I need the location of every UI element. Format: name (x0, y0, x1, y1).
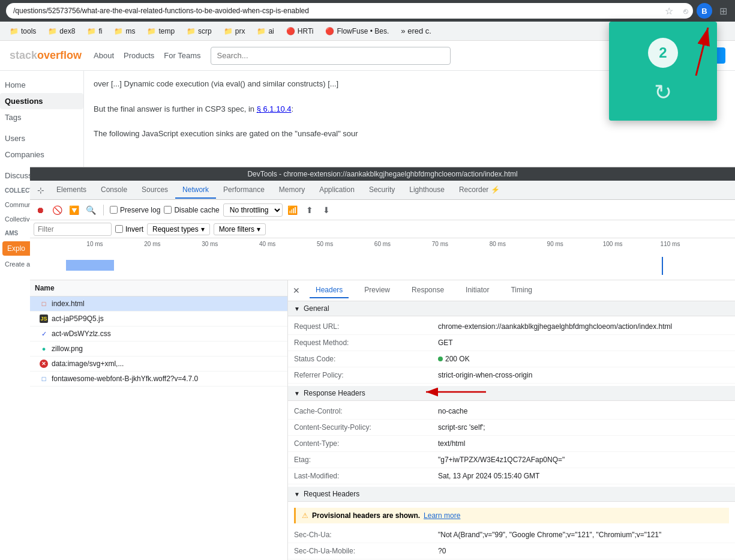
response-headers-section-title: Response Headers (304, 389, 365, 397)
detail-tab-initiator[interactable]: Initiator (460, 283, 495, 298)
tab-recorder[interactable]: Recorder ⚡ (452, 182, 507, 199)
file-item-indexhtml[interactable]: □ index.html (30, 297, 287, 312)
tab-performance[interactable]: Performance (216, 182, 272, 199)
bookmark-hrti[interactable]: 🔴 HRTi (281, 25, 319, 37)
invert-input[interactable] (115, 225, 123, 233)
file-item-font[interactable]: □ fontawesome-webfont-B-jkhYfk.woff2?v=4… (30, 372, 287, 387)
tab-memory[interactable]: Memory (272, 182, 312, 199)
search-icon-btn[interactable]: 🔍 (84, 203, 97, 217)
sidebar-item-home[interactable]: Home (0, 77, 83, 93)
record-button[interactable]: ⏺ (34, 203, 47, 217)
bookmark-prx[interactable]: 📁 prx (219, 25, 250, 37)
detail-close-button[interactable]: ✕ (293, 286, 300, 295)
more-filters-button[interactable]: More filters ▾ (214, 223, 266, 235)
clear-button[interactable]: 🚫 (50, 203, 64, 217)
so-nav-products[interactable]: Products (124, 51, 154, 60)
general-section-title: General (304, 304, 329, 313)
request-headers-section-header[interactable]: ▼ Request Headers (288, 487, 735, 502)
detail-tab-timing[interactable]: Timing (505, 283, 538, 298)
file-item-svg[interactable]: ✕ data:image/svg+xml,... (30, 357, 287, 372)
request-types-button[interactable]: Request types ▾ (147, 223, 210, 235)
learn-more-link[interactable]: Learn more (424, 511, 460, 520)
site-icon: 🔴 (325, 27, 334, 35)
invert-checkbox[interactable]: Invert (115, 225, 143, 233)
tab-lighthouse[interactable]: Lighthouse (402, 182, 452, 199)
content-line-3: The following JavaScript execution sinks… (94, 128, 725, 140)
file-item-actcss[interactable]: ✓ act-wDsWYzlz.css (30, 327, 287, 342)
bookmark-scrp[interactable]: 📁 scrp (182, 25, 217, 37)
tab-elements[interactable]: Elements (49, 182, 94, 199)
upload-icon[interactable]: ⬆ (303, 203, 316, 217)
header-value-last-modified: Sat, 13 Apr 2024 05:15:40 GMT (438, 471, 729, 481)
sidebar-item-questions[interactable]: Questions (0, 93, 83, 109)
general-section-header[interactable]: ▼ General (288, 301, 735, 316)
bookmark-flowfuse[interactable]: 🔴 FlowFuse • Bes. (320, 25, 394, 37)
bookmark-star-icon[interactable]: ☆ (663, 5, 675, 17)
disable-cache-input[interactable] (164, 206, 172, 214)
header-value-content-type: text/html (438, 438, 729, 449)
bookmark-label: HRTi (298, 27, 314, 35)
header-name-request-url: Request URL: (294, 321, 438, 332)
header-name-last-modified: Last-Modified: (294, 471, 438, 481)
response-headers-section-header[interactable]: ▼ Response Headers (288, 386, 735, 401)
detail-tab-preview[interactable]: Preview (358, 283, 396, 298)
file-item-actjs[interactable]: JS act-jaP5P9Q5.js (30, 312, 287, 327)
bookmark-ms[interactable]: 📁 ms (109, 25, 140, 37)
timeline-label-70ms: 70 ms (411, 241, 469, 247)
tab-console[interactable]: Console (94, 182, 134, 199)
header-name-status-code: Status Code: (294, 354, 438, 364)
bookmark-label: FlowFuse • Bes. (337, 27, 389, 35)
extensions-icon[interactable]: ⊞ (717, 5, 729, 17)
wifi-icon[interactable]: 📶 (286, 203, 299, 217)
header-row-content-type: Content-Type: text/html (288, 436, 735, 452)
collapse-arrow-icon: ▼ (294, 390, 300, 397)
folder-icon: 📁 (48, 27, 57, 35)
throttle-select[interactable]: No throttling (223, 203, 283, 217)
bookmark-ai[interactable]: 📁 ai (252, 25, 278, 37)
sidebar-item-companies[interactable]: Companies (0, 146, 83, 163)
devtools-panel: DevTools - chrome-extension://aankakblkg… (30, 167, 735, 560)
header-row-sec-ch-ua-mobile: Sec-Ch-Ua-Mobile: ?0 (288, 543, 735, 559)
url-bar[interactable]: /questions/52573756/what-are-the-eval-re… (6, 3, 693, 19)
request-headers-section-title: Request Headers (304, 490, 359, 498)
timeline-label-50ms: 50 ms (296, 241, 354, 247)
bookmark-label: ai (268, 27, 274, 35)
filter-icon-btn[interactable]: 🔽 (67, 203, 80, 217)
spec-link[interactable]: § 6.1.10.4 (257, 104, 292, 113)
timeline-labels: 10 ms 20 ms 30 ms 40 ms 50 ms 60 ms 70 m… (30, 238, 735, 247)
detail-tab-response[interactable]: Response (406, 283, 450, 298)
tab-security[interactable]: Security (362, 182, 402, 199)
bookmark-temp[interactable]: 📁 temp (142, 25, 179, 37)
so-nav-forteams[interactable]: For Teams (164, 51, 200, 60)
bookmark-fi[interactable]: 📁 fi (82, 25, 107, 37)
more-filters-label: More filters (219, 225, 254, 233)
preserve-log-input[interactable] (110, 206, 118, 214)
header-row-last-modified: Last-Modified: Sat, 13 Apr 2024 05:15:40… (288, 468, 735, 484)
disable-cache-checkbox[interactable]: Disable cache (164, 206, 219, 214)
tab-application[interactable]: Application (312, 182, 362, 199)
file-item-zillow[interactable]: ● zillow.png (30, 342, 287, 357)
timeline-label-80ms: 80 ms (469, 241, 526, 247)
file-name: data:image/svg+xml,... (52, 360, 124, 368)
bookmark-dex8[interactable]: 📁 dex8 (43, 25, 80, 37)
profile-avatar[interactable]: B (697, 3, 712, 19)
header-value-request-url: chrome-extension://aankakblkgjhegaelghbf… (438, 321, 729, 332)
so-search-input[interactable] (211, 47, 451, 65)
filter-input[interactable] (34, 223, 112, 236)
tab-sources[interactable]: Sources (134, 182, 175, 199)
detail-tab-bar: ✕ Headers Preview Response Initiator Tim… (288, 280, 735, 301)
share-icon[interactable]: ⎋ (680, 5, 692, 17)
preserve-log-checkbox[interactable]: Preserve log (110, 206, 160, 214)
network-toolbar: ⏺ 🚫 🔽 🔍 Preserve log Disable cache No th… (30, 200, 735, 220)
detail-tab-headers[interactable]: Headers (310, 283, 349, 298)
header-name-cache-control: Cache-Control: (294, 406, 438, 417)
so-nav-about[interactable]: About (94, 51, 114, 60)
download-icon[interactable]: ⬇ (320, 203, 333, 217)
header-value-request-method: GET (438, 337, 729, 348)
bookmark-more[interactable]: » ered c. (396, 25, 436, 37)
sidebar-item-tags[interactable]: Tags (0, 109, 83, 125)
bookmark-tools[interactable]: 📁 tools (5, 25, 41, 37)
filter-bar: Invert Request types ▾ More filters ▾ (30, 220, 735, 238)
sidebar-item-users[interactable]: Users (0, 130, 83, 146)
tab-network[interactable]: Network (175, 182, 216, 199)
